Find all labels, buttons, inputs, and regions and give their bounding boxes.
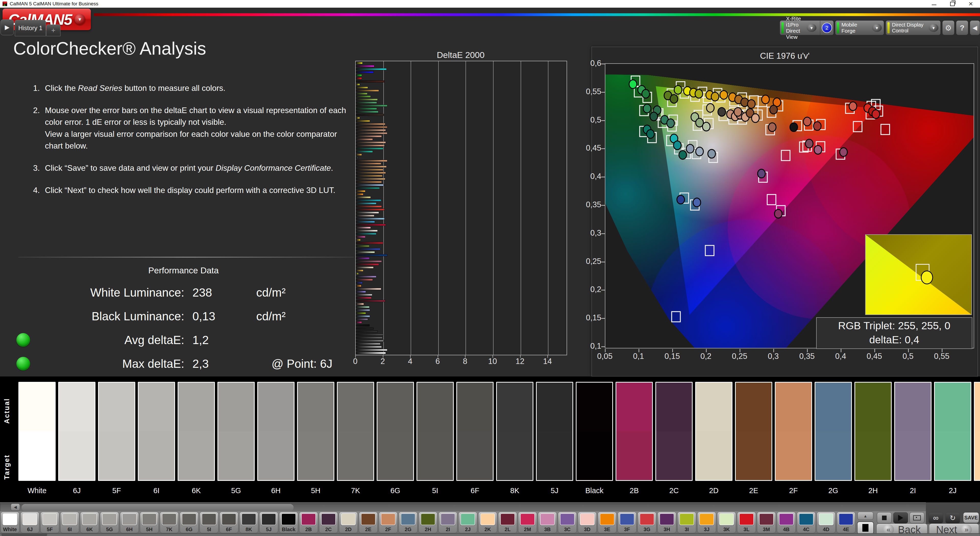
deltae-error-bar[interactable] <box>356 65 374 67</box>
cie-measured-point[interactable] <box>805 139 813 148</box>
cie-measured-point[interactable] <box>686 145 694 153</box>
deltae-error-bar[interactable] <box>356 227 371 229</box>
deltae-error-bar[interactable] <box>356 248 380 250</box>
deltae-error-bar[interactable] <box>356 282 363 284</box>
cie-measured-point[interactable] <box>790 123 797 132</box>
cie-measured-point[interactable] <box>702 122 710 131</box>
continuous-read-button[interactable]: ∞ <box>928 512 943 523</box>
patch-button-3F[interactable]: 3F <box>617 512 636 533</box>
deltae-error-bar[interactable] <box>356 129 386 131</box>
patch-button-4E[interactable]: 4E <box>837 512 856 533</box>
patch-button-5I[interactable]: 5I <box>200 512 218 533</box>
cie-measured-point[interactable] <box>775 209 782 218</box>
deltae-error-bar[interactable] <box>356 346 382 348</box>
deltae-error-bar[interactable] <box>356 77 362 80</box>
cie-measured-point[interactable] <box>748 100 755 108</box>
patch-button-6J[interactable]: 6J <box>21 512 39 533</box>
deltae-error-bar[interactable] <box>356 343 380 345</box>
deltae-error-bar[interactable] <box>356 340 384 342</box>
deltae-error-bar[interactable] <box>356 208 385 211</box>
deltae-error-bar[interactable] <box>356 62 363 64</box>
deltae-error-bar[interactable] <box>356 108 377 110</box>
cie-measured-point[interactable] <box>752 114 759 122</box>
patch-button-8K[interactable]: 8K <box>239 512 258 533</box>
source-dropdown[interactable]: Mobile Forge ▼ <box>835 21 884 35</box>
deltae-error-bar[interactable] <box>356 187 380 189</box>
deltae-error-bar[interactable] <box>356 202 376 204</box>
deltae-error-bar[interactable] <box>356 254 387 256</box>
display-control-dropdown[interactable]: Direct Display Control ▼ <box>886 21 941 35</box>
deltae-error-bar[interactable] <box>356 145 385 146</box>
deltae-error-bar[interactable] <box>356 297 372 299</box>
deltae-error-bar[interactable] <box>356 196 371 198</box>
cie-measured-point[interactable] <box>803 117 811 126</box>
patch-button-3K[interactable]: 3K <box>717 512 736 533</box>
cie-measured-point[interactable] <box>629 80 637 89</box>
patch-button-3E[interactable]: 3E <box>598 512 617 533</box>
patch-button-4D[interactable]: 4D <box>817 512 835 533</box>
deltae-error-bar[interactable] <box>356 172 386 174</box>
patch-button-2C[interactable]: 2C <box>319 512 338 533</box>
deltae-error-bar[interactable] <box>356 230 378 232</box>
deltae-error-bar[interactable] <box>356 279 373 281</box>
cie-measured-point[interactable] <box>762 95 769 104</box>
cie-measured-point[interactable] <box>677 195 684 204</box>
patch-button-2B[interactable]: 2B <box>299 512 318 533</box>
deltae-error-bar[interactable] <box>356 303 364 305</box>
patch-button-3D[interactable]: 3D <box>578 512 597 533</box>
settings-button[interactable]: ⚙ <box>942 21 955 35</box>
deltae-error-bar[interactable] <box>356 273 359 275</box>
cie-measured-point[interactable] <box>718 107 725 116</box>
cie-measured-point[interactable] <box>768 123 776 132</box>
patch-scrollbar-track[interactable] <box>0 503 980 511</box>
deltae-error-bar[interactable] <box>356 212 379 214</box>
patch-button-6I[interactable]: 6I <box>60 512 79 533</box>
patch-button-4C[interactable]: 4C <box>797 512 816 533</box>
deltae-error-bar[interactable] <box>356 190 366 192</box>
deltae-error-bar[interactable] <box>356 285 361 287</box>
deltae-error-bar[interactable] <box>356 175 383 177</box>
patch-scroll-left-button[interactable]: ◀ <box>11 504 20 511</box>
deltae-error-bar[interactable] <box>356 71 374 73</box>
deltae-error-bar[interactable] <box>356 162 381 165</box>
patch-button-2E[interactable]: 2E <box>359 512 378 533</box>
deltae-error-bar[interactable] <box>356 132 387 134</box>
deltae-error-bar[interactable] <box>356 300 385 302</box>
patch-button-6F[interactable]: 6F <box>220 512 239 533</box>
deltae-error-bar[interactable] <box>356 95 371 97</box>
deltae-error-bar[interactable] <box>356 199 381 201</box>
collapse-panel-button[interactable]: ◀ <box>970 21 980 35</box>
patch-button-3H[interactable]: 3H <box>657 512 676 533</box>
patch-button-White[interactable]: White <box>0 512 19 533</box>
patch-button-5G[interactable]: 5G <box>100 512 119 533</box>
patch-button-3C[interactable]: 3C <box>558 512 577 533</box>
deltae-error-bar[interactable] <box>356 114 384 116</box>
meter-dropdown[interactable]: X-Rite i1Pro Direct View ▼ 2 <box>780 21 834 35</box>
deltae-error-bar[interactable] <box>356 205 382 207</box>
cie-measured-point[interactable] <box>840 148 847 156</box>
deltae-error-bar[interactable] <box>356 160 387 162</box>
patch-button-7K[interactable]: 7K <box>160 512 179 533</box>
deltae-error-bar[interactable] <box>356 328 374 329</box>
patch-button-2F[interactable]: 2F <box>379 512 398 533</box>
deltae-error-bar[interactable] <box>356 334 383 336</box>
patch-button-Black[interactable]: Black <box>279 512 298 533</box>
patch-button-5J[interactable]: 5J <box>259 512 278 533</box>
deltae-error-bar[interactable] <box>356 157 359 159</box>
deltae-error-bar[interactable] <box>356 117 360 119</box>
deltae-error-bar[interactable] <box>356 315 370 317</box>
patch-button-3J[interactable]: 3J <box>697 512 716 533</box>
patch-button-5F[interactable]: 5F <box>40 512 59 533</box>
deltae-error-bar[interactable] <box>356 236 366 238</box>
cie-measured-point[interactable] <box>849 102 857 111</box>
tab-history-1[interactable]: History 1 <box>15 20 46 36</box>
minimize-button[interactable] <box>925 0 943 8</box>
deltae-error-bar[interactable] <box>356 260 382 262</box>
cie-measured-point[interactable] <box>667 119 675 127</box>
patch-button-2K[interactable]: 2K <box>478 512 497 533</box>
deltae-error-bar[interactable] <box>356 331 378 332</box>
patch-button-2I[interactable]: 2I <box>438 512 457 533</box>
cie-measured-point[interactable] <box>670 94 678 103</box>
deltae-error-bar[interactable] <box>356 99 378 100</box>
deltae-error-bar[interactable] <box>356 224 386 226</box>
